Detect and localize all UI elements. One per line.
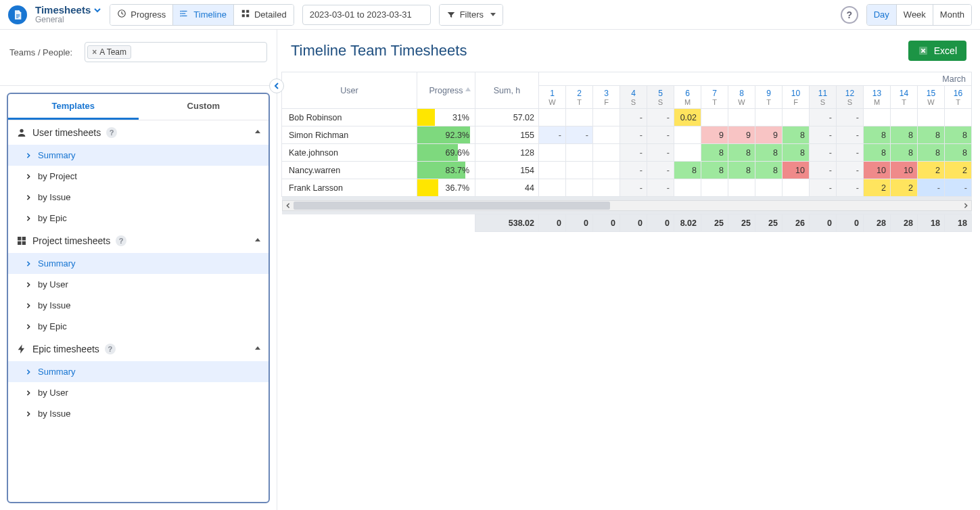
day-cell[interactable]: -: [647, 179, 674, 197]
template-item[interactable]: Summary: [8, 145, 269, 166]
chip[interactable]: ×A Team: [87, 45, 131, 59]
day-cell[interactable]: [701, 109, 728, 126]
template-item[interactable]: by Project: [8, 166, 269, 187]
day-cell[interactable]: 8: [755, 162, 783, 179]
scroll-left-icon[interactable]: [283, 201, 294, 210]
day-header[interactable]: 7T: [701, 86, 728, 109]
day-cell[interactable]: [566, 162, 593, 179]
filters-dropdown[interactable]: Filters: [439, 4, 503, 26]
day-cell[interactable]: -: [918, 179, 945, 197]
day-header[interactable]: 9T: [755, 86, 783, 109]
template-item[interactable]: by Epic: [8, 208, 269, 229]
day-cell[interactable]: 8: [918, 126, 945, 144]
day-cell[interactable]: 2: [891, 179, 918, 197]
day-cell[interactable]: [674, 179, 701, 197]
day-cell[interactable]: -: [837, 144, 864, 162]
template-item[interactable]: by User: [8, 274, 269, 295]
day-cell[interactable]: [783, 109, 810, 126]
app-title-dropdown[interactable]: Timesheets: [35, 5, 101, 16]
day-cell[interactable]: 9: [755, 126, 783, 144]
day-cell[interactable]: [539, 179, 566, 197]
day-cell[interactable]: -: [620, 162, 647, 179]
day-cell[interactable]: 8: [864, 144, 891, 162]
day-cell[interactable]: -: [620, 179, 647, 197]
day-cell[interactable]: [728, 179, 755, 197]
chip-remove-icon[interactable]: ×: [92, 47, 97, 57]
day-cell[interactable]: [593, 179, 620, 197]
day-cell[interactable]: [566, 109, 593, 126]
day-cell[interactable]: [593, 109, 620, 126]
day-header[interactable]: 3F: [593, 86, 620, 109]
section-header[interactable]: User timesheets?: [8, 120, 269, 145]
day-cell[interactable]: 8: [918, 144, 945, 162]
day-header[interactable]: 12S: [837, 86, 864, 109]
panel-collapse-button[interactable]: [269, 78, 284, 93]
day-cell[interactable]: -: [620, 126, 647, 144]
day-cell[interactable]: 8: [728, 144, 755, 162]
day-header[interactable]: 16T: [945, 86, 972, 109]
day-cell[interactable]: -: [810, 179, 837, 197]
template-item[interactable]: by Issue: [8, 187, 269, 208]
user-cell[interactable]: Nancy.warren: [282, 162, 417, 179]
day-cell[interactable]: [566, 144, 593, 162]
day-cell[interactable]: 10: [891, 162, 918, 179]
team-people-input[interactable]: ×A Team: [85, 42, 267, 62]
day-cell[interactable]: [918, 109, 945, 126]
day-cell[interactable]: [755, 109, 783, 126]
granularity-month-button[interactable]: Month: [933, 5, 971, 25]
day-header[interactable]: 10F: [783, 86, 810, 109]
help-icon[interactable]: ?: [116, 235, 126, 246]
tab-templates[interactable]: Templates: [8, 94, 139, 120]
day-cell[interactable]: [945, 109, 972, 126]
day-cell[interactable]: [593, 144, 620, 162]
day-cell[interactable]: 8: [701, 162, 728, 179]
day-cell[interactable]: 2: [945, 162, 972, 179]
day-cell[interactable]: [566, 179, 593, 197]
day-cell[interactable]: -: [647, 126, 674, 144]
day-cell[interactable]: 8: [701, 144, 728, 162]
user-cell[interactable]: Bob Robinson: [282, 109, 417, 126]
col-user[interactable]: User: [282, 72, 417, 109]
day-cell[interactable]: -: [837, 162, 864, 179]
template-item[interactable]: Summary: [8, 253, 269, 274]
day-header[interactable]: 13M: [864, 86, 891, 109]
scroll-thumb[interactable]: [294, 202, 610, 210]
day-cell[interactable]: 9: [701, 126, 728, 144]
day-cell[interactable]: -: [837, 109, 864, 126]
day-cell[interactable]: [783, 179, 810, 197]
day-cell[interactable]: -: [620, 109, 647, 126]
day-header[interactable]: 1W: [539, 86, 566, 109]
day-cell[interactable]: -: [647, 109, 674, 126]
day-cell[interactable]: 2: [918, 162, 945, 179]
day-cell[interactable]: -: [810, 162, 837, 179]
day-cell[interactable]: 8: [674, 162, 701, 179]
day-cell[interactable]: [728, 109, 755, 126]
day-cell[interactable]: [864, 109, 891, 126]
col-progress[interactable]: Progress: [417, 72, 475, 109]
col-sum[interactable]: Sum, h: [475, 72, 539, 109]
day-cell[interactable]: 8: [945, 144, 972, 162]
day-cell[interactable]: 10: [783, 162, 810, 179]
day-cell[interactable]: -: [620, 144, 647, 162]
help-icon[interactable]: ?: [106, 127, 117, 138]
section-header[interactable]: Epic timesheets?: [8, 337, 269, 361]
day-cell[interactable]: 8: [891, 126, 918, 144]
day-cell[interactable]: -: [539, 126, 566, 144]
scroll-right-icon[interactable]: [960, 201, 971, 210]
day-cell[interactable]: 8: [864, 126, 891, 144]
day-cell[interactable]: 9: [728, 126, 755, 144]
day-cell[interactable]: 8: [783, 144, 810, 162]
day-header[interactable]: 2T: [566, 86, 593, 109]
granularity-week-button[interactable]: Week: [896, 5, 933, 25]
day-cell[interactable]: [674, 144, 701, 162]
day-header[interactable]: 5S: [647, 86, 674, 109]
day-header[interactable]: 11S: [810, 86, 837, 109]
day-cell[interactable]: [593, 126, 620, 144]
granularity-day-button[interactable]: Day: [867, 5, 896, 25]
day-header[interactable]: 6M: [674, 86, 701, 109]
day-cell[interactable]: -: [837, 179, 864, 197]
day-cell[interactable]: -: [647, 162, 674, 179]
day-cell[interactable]: [891, 109, 918, 126]
day-cell[interactable]: [539, 144, 566, 162]
user-cell[interactable]: Frank Larsson: [282, 179, 417, 197]
